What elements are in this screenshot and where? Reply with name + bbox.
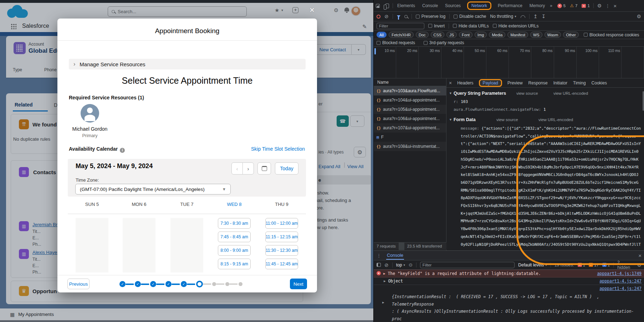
record-network-log-icon[interactable]: [377, 15, 380, 19]
request-type-chip[interactable]: JS: [446, 32, 457, 38]
devtools-settings-gear-icon[interactable]: ⚙: [597, 3, 602, 9]
date-picker-button[interactable]: [257, 162, 271, 175]
collapse-triangle-icon[interactable]: ▼: [449, 118, 452, 121]
filter-funnel-icon[interactable]: [397, 15, 400, 19]
request-type-chip[interactable]: Manifest: [507, 32, 528, 38]
time-slot-button[interactable]: 8:00 - 9:00 am: [218, 245, 251, 256]
hide-data-urls-checkbox[interactable]: Hide data URLs: [453, 24, 489, 28]
detail-tab[interactable]: Headers: [457, 80, 474, 86]
request-row[interactable]: {} aura?r=104&ui-appointment...: [374, 95, 446, 105]
network-search-icon[interactable]: [404, 15, 408, 18]
request-type-chip[interactable]: CSS: [431, 32, 445, 38]
issue-badge-error[interactable]: ×1: [578, 263, 585, 267]
network-settings-gear-icon[interactable]: ⚙: [637, 14, 641, 19]
device-toolbar-icon[interactable]: [385, 4, 389, 8]
clear-console-icon[interactable]: ⊘: [384, 262, 389, 268]
request-type-chip[interactable]: Img: [475, 32, 487, 38]
source-link[interactable]: apppart1-4.js:1749: [597, 271, 642, 276]
network-conditions-icon[interactable]: [520, 15, 525, 18]
detail-tab[interactable]: Cookies: [591, 80, 607, 86]
blocked-requests-checkbox[interactable]: Blocked requests: [377, 40, 415, 45]
skip-time-slot-link[interactable]: Skip Time Slot Selection: [251, 146, 305, 152]
live-expression-eye-icon[interactable]: ⊙: [409, 262, 413, 268]
next-button[interactable]: Next: [290, 279, 307, 289]
detail-tab[interactable]: Preview: [507, 80, 523, 86]
view-url-encoded-link[interactable]: view URL-encoded: [538, 118, 573, 122]
console-filter-input[interactable]: [420, 262, 515, 268]
request-type-chip[interactable]: Doc: [416, 32, 429, 38]
previous-button[interactable]: Previous: [67, 279, 90, 289]
network-overview-timeline[interactable]: 10 ms20 ms30 ms40 ms50 ms60 ms70 ms80 ms…: [374, 47, 644, 78]
hide-extension-urls-checkbox[interactable]: Hide extension URLs: [493, 24, 539, 28]
error-badge[interactable]: × 5: [557, 4, 566, 8]
manage-service-resources-accordion[interactable]: › Manage Service Resources: [69, 59, 306, 69]
time-slot-button[interactable]: 11:30 - 12:30 am: [265, 245, 298, 256]
view-source-link[interactable]: view source: [516, 91, 553, 95]
request-row[interactable]: {} aura?r=108&ui-instrumentat...: [374, 142, 446, 151]
request-row[interactable]: {} aura?r=106&ui-appointment...: [374, 114, 446, 123]
export-har-icon[interactable]: ↧: [541, 14, 546, 19]
third-party-checkbox[interactable]: 3rd-party requests: [424, 40, 464, 45]
more-tabs-chevron[interactable]: »: [549, 2, 553, 9]
next-week-button[interactable]: ›: [242, 162, 254, 175]
detail-tab[interactable]: Timing: [573, 80, 586, 86]
request-row[interactable]: {} aura?r=107&ui-appointment...: [374, 123, 446, 133]
detail-tab[interactable]: Payload: [479, 79, 502, 87]
disable-cache-checkbox[interactable]: Disable cache: [454, 14, 486, 19]
invert-checkbox[interactable]: Invert: [428, 24, 445, 28]
today-button[interactable]: Today: [275, 162, 298, 175]
close-detail-icon[interactable]: ×: [449, 80, 452, 86]
request-type-chip[interactable]: All: [377, 32, 387, 38]
view-source-link[interactable]: view source: [496, 118, 538, 122]
devtools-tab[interactable]: Performance: [497, 2, 523, 9]
time-slot-button[interactable]: 8:15 - 9:15 am: [218, 259, 251, 269]
previous-week-button[interactable]: ‹: [231, 162, 243, 175]
console-drawer-tab[interactable]: Console: [386, 251, 404, 259]
time-slot-button[interactable]: 7:45 - 8:45 am: [218, 232, 251, 242]
context-select[interactable]: top▾: [396, 263, 405, 268]
expand-triangle-icon[interactable]: ▶: [384, 279, 385, 283]
devtools-tab[interactable]: Network: [467, 1, 491, 10]
devtools-close-icon[interactable]: ×: [613, 3, 617, 9]
expand-triangle-icon[interactable]: ▶: [382, 301, 384, 304]
devtools-tab[interactable]: Sources: [444, 2, 461, 9]
time-slot-button[interactable]: 11:00 - 12:00 am: [265, 218, 298, 229]
time-slot-button[interactable]: 11:15 - 12:15 am: [265, 232, 298, 242]
timezone-select[interactable]: (GMT-07:00) Pacific Daylight Time (Ameri…: [75, 184, 231, 194]
request-type-chip[interactable]: Wasm: [545, 32, 561, 38]
request-type-chip[interactable]: Font: [459, 32, 472, 38]
preserve-log-checkbox[interactable]: Preserve log: [416, 14, 445, 19]
issue-badge-info[interactable]: i1: [602, 263, 610, 267]
clear-network-icon[interactable]: ⊘: [384, 14, 389, 19]
expand-triangle-icon[interactable]: ▶: [383, 272, 385, 275]
collapse-triangle-icon[interactable]: ▼: [449, 92, 452, 95]
source-link[interactable]: apppart1-4.js:247: [599, 286, 642, 291]
request-type-chip[interactable]: WS: [530, 32, 542, 38]
devtools-tab[interactable]: Console: [421, 2, 439, 9]
blocked-cookies-checkbox[interactable]: Blocked response cookies: [584, 32, 639, 37]
drawer-menu-icon[interactable]: ⋮: [377, 253, 381, 258]
log-levels-select[interactable]: Default levels▾: [518, 263, 547, 268]
request-type-chip[interactable]: Other: [563, 32, 579, 38]
console-sidebar-icon[interactable]: [377, 263, 381, 267]
request-row[interactable]: ▤ F: [374, 133, 446, 142]
devtools-tab[interactable]: Memory: [529, 2, 546, 9]
drawer-close-icon[interactable]: ×: [638, 253, 642, 259]
inspect-element-icon[interactable]: [376, 4, 380, 8]
throttling-select[interactable]: No throttling▾: [490, 14, 516, 19]
modal-close-icon[interactable]: ×: [310, 6, 315, 14]
hidden-messages-label[interactable]: 2 hidden: [617, 260, 633, 270]
issues-count-label[interactable]: 19 Issues:: [554, 263, 574, 268]
devtools-tab[interactable]: Elements: [397, 2, 416, 9]
time-slot-button[interactable]: 7:30 - 8:30 am: [218, 218, 251, 229]
network-filter-input[interactable]: [377, 23, 424, 29]
warning-badge[interactable]: ⚠ 7: [570, 3, 577, 8]
time-slot-button[interactable]: 11:45 - 12:45 am: [265, 259, 298, 269]
request-type-chip[interactable]: Media: [489, 32, 505, 38]
devtools-menu-icon[interactable]: ⋮: [605, 3, 610, 9]
issue-badge-warning[interactable]: !17: [589, 263, 599, 267]
request-type-chip[interactable]: Fetch/XHR: [389, 32, 414, 38]
request-row[interactable]: {} aura?r=105&ui-appointment...: [374, 105, 446, 114]
view-url-encoded-link[interactable]: view URL-encoded: [553, 91, 588, 95]
source-link[interactable]: apppart1-4.js:247: [599, 279, 642, 284]
